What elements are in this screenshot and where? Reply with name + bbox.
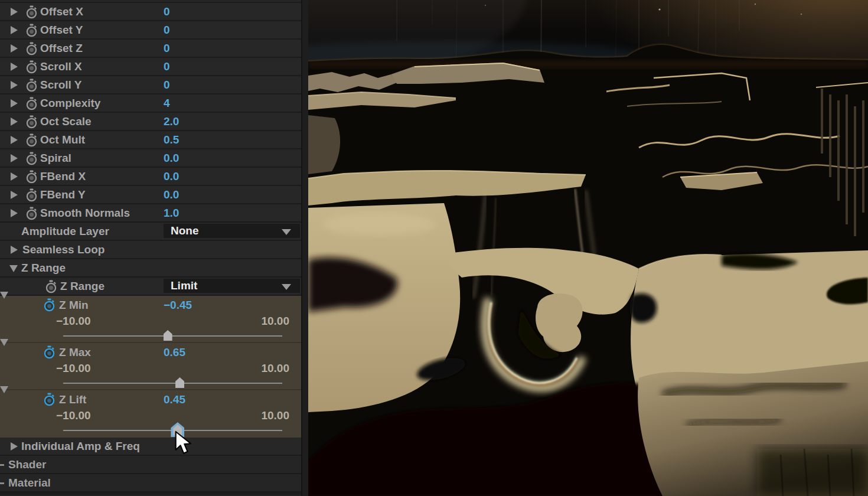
disclosure-triangle-icon[interactable] bbox=[11, 442, 18, 451]
property-value[interactable]: 0.5 bbox=[164, 131, 179, 148]
stopwatch-icon[interactable] bbox=[25, 133, 38, 147]
slider-handle[interactable] bbox=[164, 330, 172, 341]
property-label: Z Max bbox=[59, 343, 91, 361]
property-row-oct-mult: Oct Mult 0.5 bbox=[0, 131, 301, 149]
property-label: Amplitude Layer bbox=[21, 223, 109, 240]
group-label: Individual Amp & Freq bbox=[21, 438, 140, 455]
group-label: Z Range bbox=[21, 259, 66, 276]
property-row-smooth-normals: Smooth Normals 1.0 bbox=[0, 204, 301, 223]
slider-track[interactable] bbox=[63, 335, 282, 337]
group-row-z-range: Z Range bbox=[0, 259, 301, 278]
disclosure-triangle-icon[interactable] bbox=[0, 292, 8, 311]
stopwatch-icon[interactable] bbox=[25, 97, 38, 110]
property-row-scroll-y: Scroll Y 0 bbox=[0, 76, 301, 94]
stopwatch-icon[interactable] bbox=[25, 60, 38, 74]
panel-bottom-filler bbox=[0, 492, 301, 495]
slider-min-label: −10.00 bbox=[56, 361, 91, 376]
property-value[interactable]: 0 bbox=[164, 76, 170, 93]
disclosure-triangle-icon[interactable] bbox=[11, 209, 18, 217]
property-row-offset-y: Offset Y 0 bbox=[0, 21, 301, 40]
stopwatch-icon[interactable] bbox=[25, 79, 38, 92]
slider-track[interactable] bbox=[63, 383, 282, 384]
property-label: Scroll X bbox=[40, 58, 82, 75]
property-value[interactable]: −0.45 bbox=[164, 296, 192, 314]
disclosure-triangle-icon[interactable] bbox=[0, 339, 8, 358]
disclosure-triangle-icon[interactable] bbox=[11, 44, 18, 53]
stopwatch-icon[interactable] bbox=[25, 24, 38, 37]
property-value[interactable]: 0.65 bbox=[164, 343, 185, 361]
disclosure-triangle-icon[interactable] bbox=[9, 265, 18, 272]
stopwatch-icon[interactable] bbox=[25, 188, 38, 202]
property-row-z-range-mode: Z Range Limit bbox=[0, 278, 301, 296]
panel-splitter[interactable] bbox=[301, 0, 308, 496]
property-row-complexity: Complexity 4 bbox=[0, 94, 301, 113]
property-row-offset-x: Offset X 0 bbox=[0, 3, 301, 21]
stopwatch-icon-active[interactable] bbox=[43, 393, 56, 406]
property-label: Spiral bbox=[40, 149, 71, 167]
effect-row-material[interactable]: Material bbox=[0, 474, 301, 492]
disclosure-triangle-icon[interactable] bbox=[11, 246, 18, 254]
disclosure-triangle-icon[interactable] bbox=[11, 172, 18, 181]
disclosure-triangle-icon[interactable] bbox=[11, 8, 18, 16]
stopwatch-icon[interactable] bbox=[25, 115, 38, 129]
stopwatch-icon[interactable] bbox=[25, 5, 38, 19]
property-value[interactable]: 0.0 bbox=[164, 168, 179, 185]
slider-group-z-max: Z Max 0.65 −10.00 10.00 bbox=[0, 343, 301, 390]
property-label: Scroll Y bbox=[40, 76, 81, 93]
stopwatch-icon-active[interactable] bbox=[43, 345, 56, 359]
property-row-amplitude-layer: Amplitude Layer None bbox=[0, 223, 301, 241]
effect-row-shader[interactable]: Shader bbox=[0, 456, 301, 474]
stopwatch-icon[interactable] bbox=[45, 280, 57, 293]
disclosure-triangle-icon[interactable] bbox=[11, 26, 18, 34]
property-value[interactable]: 0 bbox=[164, 58, 170, 75]
z-range-mode-dropdown[interactable]: Limit bbox=[164, 279, 300, 293]
property-label: Z Range bbox=[60, 278, 105, 295]
property-row-offset-z: Offset Z 0 bbox=[0, 40, 301, 58]
effect-label: Shader bbox=[8, 456, 46, 473]
chevron-down-icon bbox=[282, 229, 291, 235]
property-value[interactable]: 0 bbox=[164, 40, 170, 57]
property-value[interactable]: 1.0 bbox=[164, 204, 179, 221]
disclosure-triangle-icon[interactable] bbox=[11, 81, 18, 89]
amplitude-layer-dropdown[interactable]: None bbox=[164, 224, 300, 238]
disclosure-triangle-icon[interactable] bbox=[11, 118, 18, 126]
property-label: Oct Mult bbox=[40, 131, 85, 148]
property-value[interactable]: 0 bbox=[164, 3, 170, 20]
slider-handle[interactable] bbox=[175, 377, 184, 388]
effect-controls-panel: Offset X 0 Offset Y 0 Offset Z 0 Scroll … bbox=[0, 0, 301, 496]
property-value[interactable]: 0.0 bbox=[164, 149, 179, 167]
property-value[interactable]: 2.0 bbox=[164, 113, 179, 130]
stopwatch-icon[interactable] bbox=[25, 170, 38, 184]
property-value[interactable]: 0.0 bbox=[164, 186, 179, 203]
property-label: Z Lift bbox=[59, 390, 86, 409]
composition-viewport[interactable] bbox=[308, 0, 868, 496]
group-row-seamless-loop: Seamless Loop bbox=[0, 241, 301, 259]
clipped-disclosure-icon bbox=[0, 464, 4, 466]
property-value[interactable]: 0.45 bbox=[164, 390, 185, 409]
property-value[interactable]: 4 bbox=[164, 94, 170, 112]
property-row-fbend-y: FBend Y 0.0 bbox=[0, 186, 301, 204]
disclosure-triangle-icon[interactable] bbox=[11, 154, 18, 162]
stopwatch-icon[interactable] bbox=[25, 207, 38, 220]
disclosure-triangle-icon[interactable] bbox=[11, 63, 18, 71]
stopwatch-icon[interactable] bbox=[25, 152, 38, 165]
property-value[interactable]: 0 bbox=[164, 21, 170, 38]
slider-max-label: 10.00 bbox=[261, 361, 289, 376]
property-row-scroll-x: Scroll X 0 bbox=[0, 58, 301, 76]
disclosure-triangle-icon[interactable] bbox=[0, 386, 8, 406]
slider-group-z-lift: Z Lift 0.45 −10.00 10.00 bbox=[0, 390, 301, 438]
dropdown-value: None bbox=[171, 224, 199, 237]
slider-track[interactable] bbox=[63, 430, 282, 431]
effect-label: Material bbox=[8, 474, 51, 491]
disclosure-triangle-icon[interactable] bbox=[11, 99, 18, 107]
chevron-down-icon bbox=[282, 284, 291, 290]
disclosure-triangle-icon[interactable] bbox=[11, 191, 18, 199]
stopwatch-icon-active[interactable] bbox=[43, 298, 56, 312]
dropdown-value: Limit bbox=[171, 279, 197, 292]
stopwatch-icon[interactable] bbox=[25, 42, 38, 56]
property-row-oct-scale: Oct Scale 2.0 bbox=[0, 113, 301, 131]
property-label: Oct Scale bbox=[40, 113, 92, 130]
property-label: FBend X bbox=[40, 168, 86, 185]
disclosure-triangle-icon[interactable] bbox=[11, 136, 18, 144]
slider-min-label: −10.00 bbox=[56, 409, 91, 423]
